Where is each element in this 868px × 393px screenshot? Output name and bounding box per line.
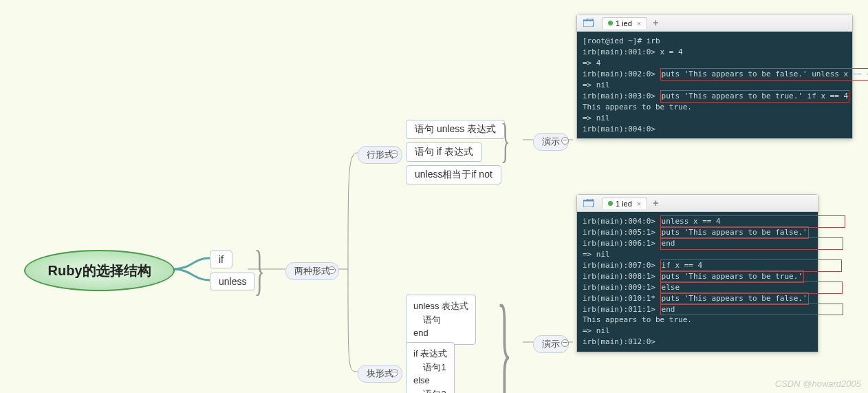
terminal-window: 1 ied × + [root@ied ~]# irb irb(main):00…: [576, 14, 853, 139]
folder-icon[interactable]: [583, 198, 595, 208]
terminal-header: 1 ied × +: [577, 195, 818, 212]
node-if[interactable]: if: [210, 251, 232, 268]
terminal-tab[interactable]: 1 ied ×: [602, 198, 647, 209]
node-unless[interactable]: unless: [210, 273, 255, 290]
close-icon[interactable]: ×: [637, 19, 641, 28]
collapse-icon[interactable]: [561, 339, 569, 347]
line-form-item[interactable]: 语句 unless 表达式: [406, 120, 505, 139]
collapse-icon[interactable]: [328, 266, 336, 274]
block-form-item[interactable]: if 表达式 语句1 else 语句2 end: [406, 342, 455, 393]
terminal-output: [root@ied ~]# irb irb(main):001:0> x = 4…: [577, 32, 852, 138]
terminal-output: irb(main):004:0> unless x == 4 irb(main)…: [577, 212, 818, 352]
add-tab-icon[interactable]: +: [653, 198, 658, 209]
close-icon[interactable]: ×: [637, 200, 641, 208]
folder-icon[interactable]: [583, 18, 595, 28]
line-form-item[interactable]: 语句 if 表达式: [406, 142, 482, 162]
collapse-icon[interactable]: [391, 369, 398, 376]
collapse-icon[interactable]: [391, 150, 398, 158]
collapse-icon[interactable]: [561, 137, 569, 145]
watermark: CSDN @howard2005: [775, 379, 861, 389]
status-dot-icon: [608, 21, 613, 25]
block-form-item[interactable]: unless 表达式 语句 end: [406, 295, 476, 345]
line-form-item[interactable]: unless相当于if not: [406, 165, 501, 184]
root-node[interactable]: Ruby的选择结构: [24, 250, 175, 291]
status-dot-icon: [608, 201, 613, 206]
terminal-tab[interactable]: 1 ied ×: [602, 17, 647, 29]
terminal-header: 1 ied × +: [577, 14, 852, 32]
terminal-window: 1 ied × + irb(main):004:0> unless x == 4…: [576, 194, 818, 352]
add-tab-icon[interactable]: +: [653, 17, 658, 28]
